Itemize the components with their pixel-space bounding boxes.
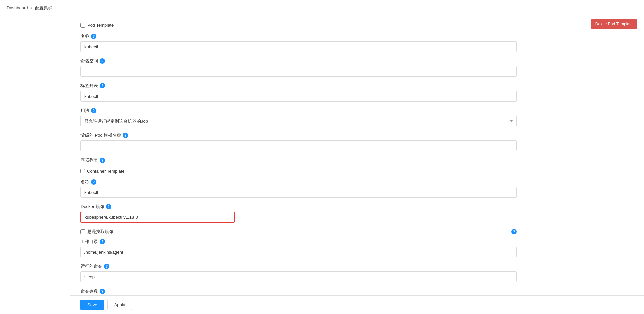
docker-image-help-icon[interactable]: ?	[106, 204, 111, 209]
pod-name-input[interactable]	[80, 41, 517, 52]
container-name-help-icon[interactable]: ?	[91, 179, 96, 185]
container-name-label: 名称 ?	[80, 179, 517, 185]
delete-pod-template-button[interactable]: Delete Pod Template	[591, 19, 637, 29]
container-name-group: 名称 ?	[80, 179, 517, 198]
run-command-input[interactable]	[80, 271, 517, 282]
docker-image-label: Docker 镜像 ?	[80, 204, 517, 210]
pod-parent-group: 父级的 Pod 模板名称 ?	[80, 132, 517, 151]
containers-list-label: 容器列表 ?	[80, 157, 517, 163]
command-args-label: 命令参数 ?	[80, 288, 517, 294]
always-pull-help-icon[interactable]: ?	[511, 229, 517, 234]
pod-labels-group: 标签列表 ?	[80, 83, 517, 102]
pod-usage-label: 用法 ?	[80, 108, 517, 114]
pod-name-group: 名称 ?	[80, 33, 517, 52]
always-pull-row: 总是拉取镜像 ?	[80, 229, 517, 235]
pod-parent-input[interactable]	[80, 140, 517, 151]
pod-name-help-icon[interactable]: ?	[91, 34, 96, 39]
containers-list-help-icon[interactable]: ?	[100, 158, 105, 163]
run-command-group: 运行的命令 ?	[80, 263, 517, 282]
pod-labels-label: 标签列表 ?	[80, 83, 517, 89]
container-template-header: Container Template	[80, 169, 517, 174]
container-name-input[interactable]	[80, 187, 517, 198]
work-dir-label: 工作目录 ?	[80, 239, 517, 245]
pod-usage-group: 用法 ? 只允许运行绑定到这台机器的Job	[80, 108, 517, 126]
work-dir-help-icon[interactable]: ?	[100, 239, 105, 244]
pod-namespace-input[interactable]	[80, 66, 517, 77]
docker-image-group: Docker 镜像 ?	[80, 204, 517, 223]
breadcrumb-current: 配置集群	[35, 5, 52, 11]
pod-template-section-label: Pod Template	[87, 23, 114, 28]
always-pull-label[interactable]: 总是拉取镜像	[80, 229, 113, 235]
breadcrumb-home[interactable]: Dashboard	[7, 5, 28, 10]
breadcrumb-separator: ›	[31, 6, 32, 10]
run-command-help-icon[interactable]: ?	[104, 264, 109, 269]
pod-template-section-header: Pod Template	[80, 23, 517, 28]
form-content: Pod Template 名称 ? 命名空间 ? 标签列表 ?	[80, 23, 517, 314]
pod-usage-select[interactable]: 只允许运行绑定到这台机器的Job	[80, 116, 517, 126]
pod-name-label: 名称 ?	[80, 33, 517, 39]
breadcrumb: Dashboard › 配置集群	[7, 5, 52, 11]
container-template-section-label: Container Template	[87, 169, 125, 174]
main-content: Pod Template 名称 ? 命名空间 ? 标签列表 ?	[70, 16, 644, 314]
pod-namespace-group: 命名空间 ?	[80, 58, 517, 77]
pod-template-checkbox[interactable]	[80, 23, 85, 28]
pod-namespace-help-icon[interactable]: ?	[100, 58, 105, 64]
pod-parent-label: 父级的 Pod 模板名称 ?	[80, 132, 517, 138]
docker-image-input[interactable]	[80, 212, 235, 223]
top-bar: Dashboard › 配置集群	[0, 0, 644, 16]
work-dir-input[interactable]	[80, 247, 517, 257]
save-button[interactable]: Save	[80, 300, 104, 310]
always-pull-checkbox[interactable]	[80, 229, 85, 234]
pod-labels-input[interactable]	[80, 91, 517, 102]
work-dir-group: 工作目录 ?	[80, 239, 517, 257]
run-command-label: 运行的命令 ?	[80, 263, 517, 269]
apply-button[interactable]: Apply	[107, 300, 132, 310]
pod-labels-help-icon[interactable]: ?	[100, 83, 105, 88]
container-template-checkbox[interactable]	[80, 169, 85, 173]
bottom-actions-bar: Save Apply	[70, 295, 644, 314]
pod-usage-help-icon[interactable]: ?	[91, 108, 96, 113]
command-args-help-icon[interactable]: ?	[100, 289, 105, 294]
pod-parent-help-icon[interactable]: ?	[123, 133, 128, 138]
pod-namespace-label: 命名空间 ?	[80, 58, 517, 64]
container-template-section: Container Template 名称 ? Docker 镜像 ?	[80, 169, 517, 314]
sidebar	[0, 16, 70, 314]
